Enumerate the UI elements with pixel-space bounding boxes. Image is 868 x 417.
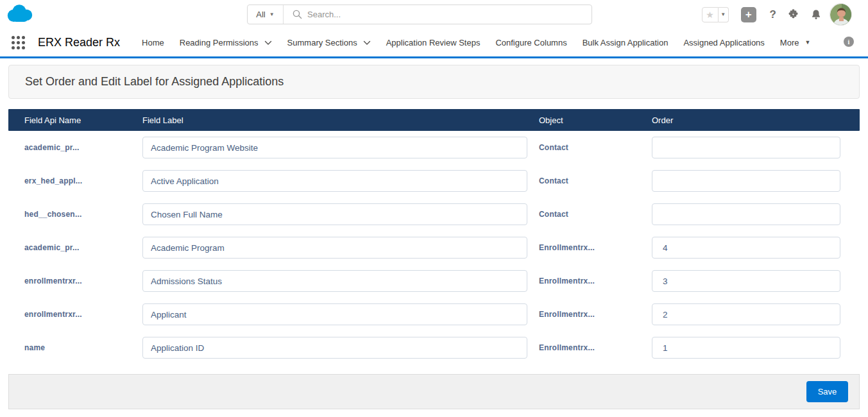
table-row: academic_pr... Enrollmentrx...: [8, 231, 860, 264]
order-cell: [652, 203, 840, 225]
order-cell: [652, 137, 840, 158]
table-row: name Enrollmentrx...: [8, 331, 860, 364]
object-name: Enrollmentrx...: [539, 243, 652, 252]
footer-bar: Save: [8, 374, 860, 409]
field-label-input[interactable]: [142, 337, 527, 359]
field-label-input[interactable]: [142, 137, 527, 158]
field-label-cell: [142, 203, 539, 225]
tab-label: Home: [142, 38, 164, 47]
object-name: Enrollmentrx...: [539, 343, 652, 352]
favorites-dropdown-button[interactable]: ▼: [719, 7, 729, 22]
field-api-name: enrollmentrxr...: [24, 310, 142, 319]
tab-summary-sections[interactable]: Summary Sections: [287, 38, 371, 47]
field-label-input[interactable]: [142, 303, 527, 325]
field-api-name: enrollmentrxr...: [24, 277, 142, 285]
favorites-button[interactable]: ★: [702, 7, 719, 22]
order-input[interactable]: [652, 137, 840, 158]
field-label-input[interactable]: [142, 170, 527, 192]
tab-assigned-applications[interactable]: Assigned Applications: [683, 38, 764, 47]
tab-label: Application Review Steps: [386, 38, 481, 47]
main-content: Set Order and Edit Label for Assigned Ap…: [0, 58, 868, 364]
order-input[interactable]: [652, 203, 840, 225]
order-cell: [652, 237, 840, 259]
field-label-cell: [142, 303, 539, 325]
gear-icon: [787, 8, 799, 21]
app-launcher-icon[interactable]: [12, 36, 25, 49]
salesforce-cloud-logo: [5, 3, 35, 27]
field-label-cell: [142, 237, 539, 259]
tab-label: More: [780, 38, 799, 47]
order-input[interactable]: [652, 270, 840, 292]
global-actions-button[interactable]: +: [741, 7, 756, 22]
chevron-down-icon: ▼: [720, 12, 726, 17]
column-header-field-api-name: Field Api Name: [24, 115, 142, 125]
tab-label: Assigned Applications: [683, 38, 764, 47]
tab-more[interactable]: More ▼: [780, 38, 811, 47]
header-actions: ★ ▼ + ?: [702, 0, 852, 29]
search-scope-dropdown[interactable]: All ▼: [248, 5, 284, 24]
global-header: All ▼ ★ ▼ + ?: [0, 0, 868, 29]
field-api-name: name: [24, 343, 142, 352]
field-label-cell: [142, 170, 539, 192]
tab-label: Summary Sections: [287, 38, 357, 47]
question-icon: ?: [770, 8, 776, 21]
nav-tabs: Home Reading Permissions Summary Section…: [142, 38, 810, 47]
tab-label: Bulk Assign Application: [583, 38, 668, 47]
search-input[interactable]: [307, 10, 591, 19]
search-icon: [293, 10, 302, 19]
table-row: academic_pr... Contact: [8, 131, 860, 164]
column-header-field-label: Field Label: [142, 115, 539, 125]
field-label-input[interactable]: [142, 270, 527, 292]
page-title-card: Set Order and Edit Label for Assigned Ap…: [8, 65, 860, 99]
star-icon: ★: [706, 10, 714, 19]
table-row: hed__chosen... Contact: [8, 198, 860, 231]
info-icon[interactable]: i: [844, 37, 854, 47]
table-row: enrollmentrxr... Enrollmentrx...: [8, 298, 860, 331]
help-button[interactable]: ?: [770, 8, 776, 21]
field-label-input[interactable]: [142, 203, 527, 225]
notifications-button[interactable]: [810, 8, 822, 21]
chevron-down-icon: ▼: [269, 12, 275, 17]
table-row: enrollmentrxr... Enrollmentrx...: [8, 264, 860, 298]
field-api-name: hed__chosen...: [24, 210, 142, 219]
page-title: Set Order and Edit Label for Assigned Ap…: [25, 75, 284, 89]
table-rows: academic_pr... Contact erx_hed_appl... C…: [8, 131, 860, 364]
search-scope-label: All: [256, 10, 265, 19]
tab-configure-columns[interactable]: Configure Columns: [495, 38, 566, 47]
table-header-row: Field Api Name Field Label Object Order: [8, 109, 860, 131]
object-name: Enrollmentrx...: [539, 277, 652, 285]
caret-down-icon: ▼: [804, 40, 810, 46]
user-avatar[interactable]: [830, 3, 852, 26]
chevron-down-icon: [264, 40, 272, 46]
favorites-group: ★ ▼: [702, 7, 729, 22]
tab-label: Configure Columns: [495, 38, 566, 47]
plus-icon: +: [745, 9, 752, 20]
field-label-cell: [142, 337, 539, 359]
order-input[interactable]: [652, 303, 840, 325]
field-api-name: academic_pr...: [24, 143, 142, 152]
object-name: Contact: [539, 176, 652, 185]
object-name: Contact: [539, 210, 652, 219]
order-input[interactable]: [652, 170, 840, 192]
column-header-order: Order: [652, 115, 840, 125]
tab-label: Reading Permissions: [180, 38, 259, 47]
order-cell: [652, 337, 840, 359]
object-name: Contact: [539, 143, 652, 152]
global-search: All ▼: [247, 4, 592, 24]
tab-bulk-assign-application[interactable]: Bulk Assign Application: [583, 38, 668, 47]
field-label-input[interactable]: [142, 237, 527, 259]
tab-application-review-steps[interactable]: Application Review Steps: [386, 38, 481, 47]
field-label-cell: [142, 270, 539, 292]
app-nav-bar: ERX Reader Rx Home Reading Permissions S…: [0, 29, 868, 58]
tab-home[interactable]: Home: [142, 38, 164, 47]
chevron-down-icon: [363, 40, 371, 46]
setup-button[interactable]: [787, 8, 799, 21]
order-input[interactable]: [652, 337, 840, 359]
field-label-cell: [142, 137, 539, 158]
order-cell: [652, 270, 840, 292]
object-name: Enrollmentrx...: [539, 310, 652, 319]
order-input[interactable]: [652, 237, 840, 259]
bell-icon: [810, 8, 822, 21]
save-button[interactable]: Save: [806, 381, 848, 402]
tab-reading-permissions[interactable]: Reading Permissions: [180, 38, 272, 47]
